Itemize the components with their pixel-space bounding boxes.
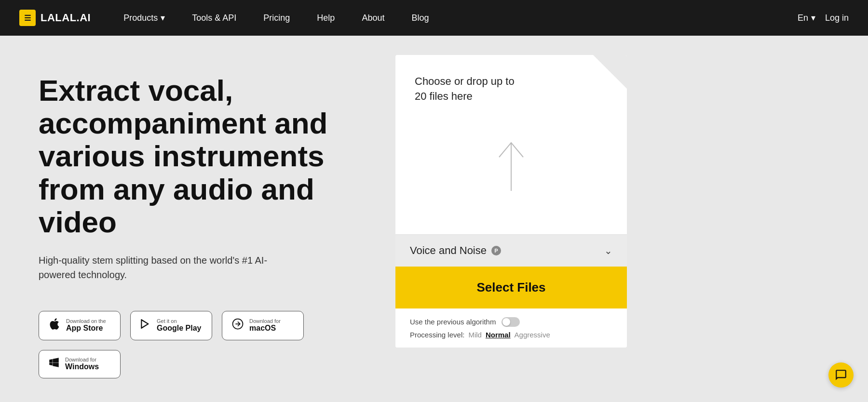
upload-card: Choose or drop up to 20 files here Voice…: [395, 55, 627, 348]
nav-products[interactable]: Products ▾: [110, 0, 178, 36]
voice-noise-dropdown[interactable]: Voice and Noise P ⌄: [395, 235, 627, 267]
app-buttons: Download on the App Store Get it on Goog…: [39, 282, 376, 378]
apple-icon: [48, 317, 61, 334]
algo-toggle[interactable]: [502, 317, 520, 327]
drop-text: Choose or drop up to 20 files here: [415, 74, 521, 104]
chevron-down-icon: ▾: [811, 13, 815, 23]
nav-help[interactable]: Help: [303, 0, 348, 36]
google-play-text: Get it on Google Play: [157, 318, 201, 333]
google-play-icon: [139, 318, 152, 334]
nav-about[interactable]: About: [348, 0, 398, 36]
chat-bubble-button[interactable]: [828, 362, 854, 388]
drop-area[interactable]: Choose or drop up to 20 files here: [395, 55, 627, 234]
windows-icon: [48, 356, 60, 372]
algo-toggle-row: Use the previous algorithm: [410, 317, 612, 327]
logo-icon: ☰: [19, 10, 36, 26]
hero-subtitle: High-quality stem splitting based on the…: [39, 253, 299, 282]
processing-row: Processing level: Mild Normal Aggressive: [410, 331, 612, 339]
processing-normal[interactable]: Normal: [486, 331, 511, 339]
pro-badge: P: [491, 246, 501, 255]
voice-noise-label: Voice and Noise P: [410, 244, 501, 257]
main-content: Extract vocal, accompaniment and various…: [0, 36, 868, 402]
macos-text: Download for macOS: [249, 318, 281, 333]
language-selector[interactable]: En ▾: [798, 13, 815, 23]
chevron-down-icon: ▾: [161, 13, 165, 23]
toggle-knob: [502, 318, 510, 326]
algo-label: Use the previous algorithm: [410, 318, 496, 326]
logo-text: LALAL.AI: [41, 12, 91, 24]
algorithm-settings: Use the previous algorithm Processing le…: [395, 308, 627, 348]
nav-tools[interactable]: Tools & API: [178, 0, 250, 36]
login-button[interactable]: Log in: [825, 13, 849, 23]
windows-text: Download for Windows: [65, 357, 99, 371]
hero-section: Extract vocal, accompaniment and various…: [29, 36, 376, 402]
google-play-button[interactable]: Get it on Google Play: [130, 311, 212, 340]
nav-links: Products ▾ Tools & API Pricing Help Abou…: [110, 0, 798, 36]
nav-pricing[interactable]: Pricing: [250, 0, 303, 36]
hero-text: Extract vocal, accompaniment and various…: [39, 74, 376, 282]
upload-section: Choose or drop up to 20 files here Voice…: [376, 36, 627, 402]
processing-label: Processing level:: [410, 331, 464, 339]
processing-mild[interactable]: Mild: [468, 331, 482, 339]
hero-title: Extract vocal, accompaniment and various…: [39, 74, 376, 239]
select-files-button[interactable]: Select Files: [395, 267, 627, 308]
upload-arrow-icon: [415, 114, 608, 220]
windows-button[interactable]: Download for Windows: [39, 350, 121, 378]
processing-aggressive[interactable]: Aggressive: [515, 331, 550, 339]
nav-right: En ▾ Log in: [798, 13, 849, 23]
macos-icon: [231, 317, 244, 334]
app-store-button[interactable]: Download on the App Store: [39, 311, 121, 340]
app-store-text: Download on the App Store: [66, 318, 106, 333]
logo[interactable]: ☰ LALAL.AI: [19, 10, 91, 26]
dropdown-chevron-icon: ⌄: [604, 245, 612, 256]
macos-button[interactable]: Download for macOS: [222, 311, 304, 340]
nav-blog[interactable]: Blog: [398, 0, 442, 36]
navbar: ☰ LALAL.AI Products ▾ Tools & API Pricin…: [0, 0, 868, 36]
